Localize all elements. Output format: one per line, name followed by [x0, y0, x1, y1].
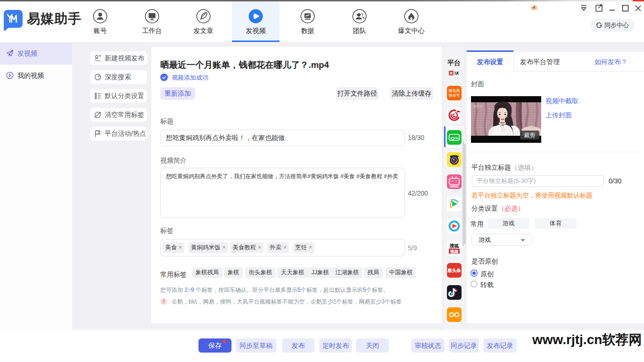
svg-text:愛剪辑: 愛剪辑 [473, 105, 483, 108]
svg-text:视频: 视频 [450, 249, 459, 254]
svg-text:惠头条: 惠头条 [447, 268, 461, 273]
svg-text:快传号: 快传号 [448, 93, 460, 98]
svg-text:微电商: 微电商 [449, 89, 460, 93]
svg-text:iQIYI: iQIYI [450, 136, 458, 140]
svg-text:搜狐: 搜狐 [449, 243, 460, 248]
svg-text:bilibili: bilibili [450, 185, 459, 188]
svg-text:裁剪: 裁剪 [524, 132, 536, 139]
